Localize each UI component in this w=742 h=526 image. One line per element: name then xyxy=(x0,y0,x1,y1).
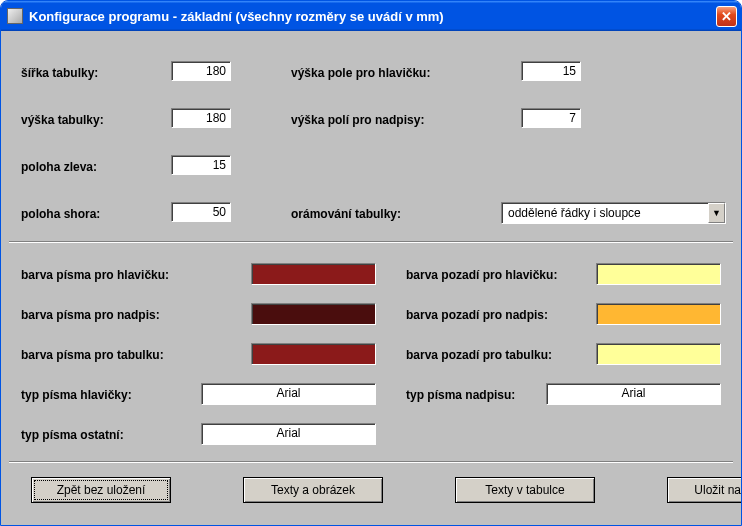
back-button[interactable]: Zpět bez uložení xyxy=(31,477,171,503)
save-settings-button[interactable]: Uložit nastavení xyxy=(667,477,742,503)
label-typ-ostatni: typ písma ostatní: xyxy=(21,428,124,442)
chevron-down-icon[interactable]: ▼ xyxy=(708,203,725,223)
swatch-pismo-tabulku[interactable] xyxy=(251,343,376,365)
select-oramovani-value: oddělené řádky i sloupce xyxy=(502,203,708,223)
input-poloha-zleva[interactable]: 15 xyxy=(171,155,231,175)
label-pozadi-tabulku: barva pozadí pro tabulku: xyxy=(406,348,552,362)
swatch-pozadi-hlavicku[interactable] xyxy=(596,263,721,285)
texts-in-table-button[interactable]: Texty v tabulce xyxy=(455,477,595,503)
field-typ-ostatni[interactable]: Arial xyxy=(201,423,376,445)
label-vyska-tabulky: výška tabulky: xyxy=(21,113,104,127)
input-vyska-tabulky[interactable]: 180 xyxy=(171,108,231,128)
label-sirka-tabulky: šířka tabulky: xyxy=(21,66,98,80)
window-title: Konfigurace programu - základní (všechny… xyxy=(29,9,716,24)
swatch-pozadi-nadpis[interactable] xyxy=(596,303,721,325)
label-vyska-poli-nadpisy: výška polí pro nadpisy: xyxy=(291,113,424,127)
label-poloha-zleva: poloha zleva: xyxy=(21,160,97,174)
input-vyska-poli-nadpisy[interactable]: 7 xyxy=(521,108,581,128)
label-typ-nadpisu: typ písma nadpisu: xyxy=(406,388,515,402)
label-poloha-shora: poloha shora: xyxy=(21,207,100,221)
label-pozadi-nadpis: barva pozadí pro nadpis: xyxy=(406,308,548,322)
texts-and-image-button[interactable]: Texty a obrázek xyxy=(243,477,383,503)
dialog-body: šířka tabulky: 180 výška tabulky: 180 po… xyxy=(1,31,741,525)
field-typ-nadpisu[interactable]: Arial xyxy=(546,383,721,405)
label-typ-hlavicky: typ písma hlavičky: xyxy=(21,388,132,402)
titlebar: Konfigurace programu - základní (všechny… xyxy=(1,1,741,31)
select-oramovani[interactable]: oddělené řádky i sloupce ▼ xyxy=(501,202,726,224)
label-vyska-pole-hlavicku: výška pole pro hlavičku: xyxy=(291,66,430,80)
label-pozadi-hlavicku: barva pozadí pro hlavičku: xyxy=(406,268,557,282)
label-pismo-tabulku: barva písma pro tabulku: xyxy=(21,348,164,362)
label-pismo-hlavicku: barva písma pro hlavičku: xyxy=(21,268,169,282)
input-sirka-tabulky[interactable]: 180 xyxy=(171,61,231,81)
app-icon xyxy=(7,8,23,24)
swatch-pozadi-tabulku[interactable] xyxy=(596,343,721,365)
close-icon[interactable]: ✕ xyxy=(716,6,737,27)
config-window: Konfigurace programu - základní (všechny… xyxy=(0,0,742,526)
label-oramovani: orámování tabulky: xyxy=(291,207,401,221)
swatch-pismo-hlavicku[interactable] xyxy=(251,263,376,285)
label-pismo-nadpis: barva písma pro nadpis: xyxy=(21,308,160,322)
swatch-pismo-nadpis[interactable] xyxy=(251,303,376,325)
input-poloha-shora[interactable]: 50 xyxy=(171,202,231,222)
input-vyska-pole-hlavicku[interactable]: 15 xyxy=(521,61,581,81)
field-typ-hlavicky[interactable]: Arial xyxy=(201,383,376,405)
